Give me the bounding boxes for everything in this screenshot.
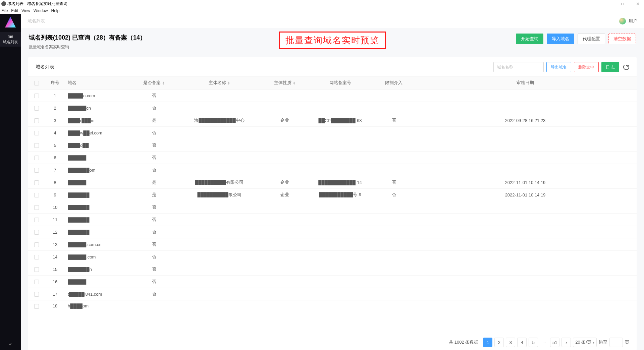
page-2-button[interactable]: 2 <box>494 338 504 347</box>
menu-view[interactable]: View <box>21 8 30 13</box>
row-checkbox[interactable] <box>34 230 39 235</box>
column-subject-type[interactable]: 主体性质▲▼ <box>263 76 307 90</box>
page-3-button[interactable]: 3 <box>506 338 515 347</box>
menu-help[interactable]: Help <box>51 8 60 13</box>
table-row: 13██████.com.cn否 <box>28 238 637 251</box>
cell-audit-date <box>414 251 637 263</box>
cell-index: 11 <box>45 214 65 226</box>
page-size-select[interactable]: 20 条/页▾ <box>573 338 597 347</box>
table-row: 9███████是██████████限公司企业███████████号-9否2… <box>28 189 637 201</box>
import-domains-button[interactable]: 导入域名 <box>547 34 574 44</box>
maximize-button[interactable]: □ <box>618 1 627 6</box>
cell-index: 9 <box>45 189 65 201</box>
cell-subject-type <box>263 90 307 102</box>
cell-audit-date <box>414 139 637 152</box>
page-last-button[interactable]: 51 <box>550 338 559 347</box>
cell-domain: ██████ <box>65 152 132 164</box>
row-checkbox[interactable] <box>34 255 39 259</box>
row-checkbox[interactable] <box>34 106 39 111</box>
avatar[interactable] <box>619 18 626 24</box>
column-subject-name[interactable]: 主体名称▲▼ <box>176 76 263 90</box>
cell-limit <box>374 139 414 152</box>
cell-subject-type <box>263 238 307 251</box>
page-4-button[interactable]: 4 <box>517 338 527 347</box>
cell-subject-type: 企业 <box>263 189 307 201</box>
minimize-button[interactable]: — <box>602 1 612 6</box>
refresh-icon[interactable] <box>623 64 629 70</box>
row-checkbox[interactable] <box>34 143 39 148</box>
app-logo-icon <box>5 17 16 27</box>
cell-index: 3 <box>45 114 65 127</box>
cell-filed: 否 <box>132 201 176 214</box>
cell-index: 6 <box>45 152 65 164</box>
cell-domain: ████w██el.com <box>65 127 132 139</box>
user-label: 用户 <box>629 18 637 24</box>
page-jump-input[interactable] <box>609 338 623 347</box>
cell-subject-name <box>176 226 263 238</box>
row-checkbox[interactable] <box>34 118 39 123</box>
table-row: 15███████n否 <box>28 263 637 276</box>
cell-audit-date <box>414 276 637 288</box>
row-checkbox[interactable] <box>34 193 39 197</box>
row-checkbox[interactable] <box>34 304 39 309</box>
row-checkbox[interactable] <box>34 242 39 247</box>
close-button[interactable]: ✕ <box>633 1 643 6</box>
row-checkbox[interactable] <box>34 180 39 185</box>
header-bar: 域名列表 用户 <box>21 14 644 28</box>
row-checkbox[interactable] <box>34 131 39 135</box>
cell-subject-name <box>176 300 263 312</box>
row-checkbox[interactable] <box>34 218 39 222</box>
cell-domain: ███████ <box>65 226 132 238</box>
select-all-checkbox[interactable] <box>34 81 39 85</box>
sidebar-collapse-button[interactable]: « <box>0 341 21 347</box>
cell-domain: t█████i841.com <box>65 288 132 300</box>
clear-data-button[interactable]: 清空数据 <box>608 34 636 44</box>
page-next-button[interactable]: › <box>561 338 571 347</box>
row-checkbox[interactable] <box>34 205 39 210</box>
row-checkbox[interactable] <box>34 267 39 272</box>
proxy-config-button[interactable]: 代理配置 <box>578 34 605 44</box>
cell-domain: ██████ <box>65 276 132 288</box>
main-content: 域名列表 用户 域名列表(1002) 已查询（28）有备案（14） 批量域名备案… <box>21 14 644 350</box>
start-query-button[interactable]: 开始查询 <box>516 34 543 44</box>
cell-domain: ██████.com.cn <box>65 238 132 251</box>
search-input[interactable] <box>493 62 544 72</box>
column-filed[interactable]: 是否备案▲▼ <box>132 76 176 90</box>
log-button[interactable]: 日 志 <box>601 62 619 72</box>
page-1-button[interactable]: 1 <box>483 338 492 347</box>
sidebar-item-domain-list[interactable]: me 域名列表 <box>0 32 21 47</box>
page-5-button[interactable]: 5 <box>529 338 538 347</box>
table-scroll[interactable]: 序号 域名 是否备案▲▼ 主体名称▲▼ 主体性质▲▼ 网站备案号 限制介入 审核… <box>28 76 637 335</box>
cell-subject-type <box>263 102 307 114</box>
cell-limit <box>374 214 414 226</box>
row-checkbox[interactable] <box>34 280 39 284</box>
table-row: 4████w██el.com否 <box>28 127 637 139</box>
table-row: 16██████否 <box>28 276 637 288</box>
cell-subject-name <box>176 263 263 276</box>
menu-window[interactable]: Window <box>34 8 48 13</box>
cell-filed <box>132 300 176 312</box>
cell-limit <box>374 152 414 164</box>
cell-subject-name: 海████████████中心 <box>176 114 263 127</box>
cell-subject-type <box>263 300 307 312</box>
export-domains-button[interactable]: 导出域名 <box>546 62 571 72</box>
table-row: 1█████o.com否 <box>28 90 637 102</box>
cell-filed: 否 <box>132 102 176 114</box>
row-checkbox[interactable] <box>34 94 39 98</box>
cell-audit-date: 2022-11-01 10:14:19 <box>414 176 637 189</box>
cell-domain: ████o██ <box>65 139 132 152</box>
cell-icp-no <box>307 300 374 312</box>
cell-index: 8 <box>45 176 65 189</box>
menu-file[interactable]: File <box>1 8 8 13</box>
cell-filed: 否 <box>132 164 176 176</box>
cell-subject-name: ██████████限公司 <box>176 189 263 201</box>
sort-icon: ▲▼ <box>162 81 165 85</box>
delete-selected-button[interactable]: 删除选中 <box>574 62 599 72</box>
column-icp-no: 网站备案号 <box>307 76 374 90</box>
row-checkbox[interactable] <box>34 292 39 297</box>
cell-index: 2 <box>45 102 65 114</box>
menu-edit[interactable]: Edit <box>11 8 18 13</box>
row-checkbox[interactable] <box>34 168 39 173</box>
cell-subject-name: ██████████有限公司 <box>176 176 263 189</box>
row-checkbox[interactable] <box>34 156 39 160</box>
